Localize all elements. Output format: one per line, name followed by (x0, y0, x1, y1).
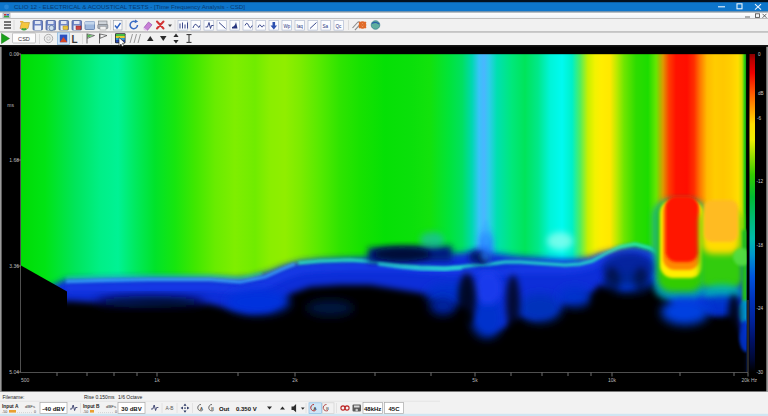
svg-text:1/6 Octave: 1/6 Octave (118, 394, 142, 400)
svg-text:5k: 5k (472, 377, 478, 383)
svg-text:-30: -30 (757, 370, 764, 375)
svg-text:dB: dB (758, 91, 764, 96)
svg-text:CSD: CSD (18, 36, 30, 42)
svg-text:A-B: A-B (166, 406, 174, 411)
svg-text:L: L (72, 34, 78, 45)
svg-text:30 dBV: 30 dBV (121, 406, 141, 412)
svg-text:Input A: Input A (2, 404, 19, 409)
svg-text:dBFs: dBFs (25, 404, 35, 409)
svg-text:0: 0 (34, 410, 36, 414)
svg-text:0: 0 (758, 52, 761, 57)
svg-text:5.04: 5.04 (9, 369, 19, 375)
svg-text:0: 0 (115, 410, 117, 414)
svg-text:3.36: 3.36 (9, 263, 19, 269)
svg-text:Qc: Qc (336, 24, 343, 29)
svg-text:Out: Out (219, 406, 229, 412)
svg-text:2k: 2k (292, 377, 298, 383)
svg-text:Wp: Wp (284, 24, 291, 29)
svg-text:Rise 0.150ms: Rise 0.150ms (84, 394, 115, 400)
svg-text:B: B (211, 406, 214, 411)
svg-text:-40 dBV: -40 dBV (42, 406, 64, 412)
svg-text:-12: -12 (757, 179, 764, 184)
svg-text:500: 500 (21, 377, 30, 383)
svg-text:0.350 V: 0.350 V (236, 406, 257, 412)
svg-text:Filename:: Filename: (3, 394, 25, 400)
svg-text:-50: -50 (83, 410, 88, 414)
svg-text:A: A (314, 406, 317, 411)
svg-text:48kHz: 48kHz (364, 406, 381, 412)
svg-text:dBFs: dBFs (106, 404, 116, 409)
svg-text:10k: 10k (608, 377, 617, 383)
svg-text:45C: 45C (388, 406, 400, 412)
svg-text:ms: ms (7, 102, 14, 108)
svg-text:-6: -6 (757, 116, 762, 121)
svg-text:Iaq: Iaq (297, 24, 304, 29)
svg-text:-50: -50 (2, 410, 7, 414)
svg-text:Input B: Input B (83, 404, 100, 409)
svg-text:CLIO 12 - ELECTRICAL & ACOUSTI: CLIO 12 - ELECTRICAL & ACOUSTICAL TESTS … (14, 3, 245, 10)
svg-text:Sa: Sa (323, 24, 329, 29)
svg-text:20k Hz: 20k Hz (741, 377, 757, 383)
svg-text:B: B (326, 406, 329, 411)
svg-text:1.68: 1.68 (9, 157, 19, 163)
svg-text:1k: 1k (154, 377, 160, 383)
svg-text:-24: -24 (757, 306, 764, 311)
svg-text:-18: -18 (757, 243, 764, 248)
svg-text:A: A (200, 406, 203, 411)
svg-text:0.00: 0.00 (9, 51, 19, 57)
